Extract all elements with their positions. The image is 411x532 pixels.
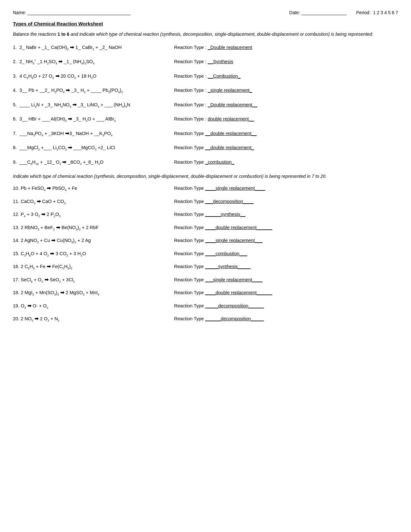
reaction-row-16: 16. 2 C5H5 + Fe ➡ Fe(C5H5)2 Reaction Typ…: [13, 263, 398, 270]
name-field-container: Name:: [13, 10, 289, 15]
reaction-eq-15: 15. C3H6O + 4 O2 ➡ 3 CO2 + 3 H2O: [13, 250, 174, 257]
reaction-type-value-1: _Double replacement: [208, 45, 252, 50]
reaction-eq-7: 7. ___Na3PO4 + _3KOH ➡3_ NaOH + __K3PO4: [13, 130, 174, 137]
reaction-type-value-9: _combustion_: [205, 160, 234, 165]
reaction-type-value-18: ____double replacement______: [205, 290, 272, 295]
reaction-type-2: Reaction Type : __Synthesis: [174, 58, 398, 65]
header: Name: Date: Period: 1 2 3 4 5 6 7: [13, 10, 398, 15]
reaction-type-value-3: __Combustion_: [208, 73, 241, 79]
reaction-type-17: Reaction Type ___single replacement____: [174, 276, 398, 283]
instructions-2: Indicate which type of chemical reaction…: [13, 173, 398, 180]
reaction-row-7: 7. ___Na3PO4 + _3KOH ➡3_ NaOH + __K3PO4 …: [13, 130, 398, 137]
reaction-row-6: 6. 3__ HBr + ___ Al(OH)3 ➡ _3_ H2O + ___…: [13, 116, 398, 123]
reaction-type-14: Reaction Type ____single replacement___: [174, 237, 398, 244]
reaction-row-2: 2. 2_ NH3+ _1 H2SO4 ➡ _1_ (NH4)2SO4 Reac…: [13, 58, 398, 65]
reaction-type-value-2: __Synthesis: [208, 59, 233, 64]
worksheet-title: Types of Chemical Reaction Worksheet: [13, 21, 398, 26]
reaction-type-13: Reaction Type ____double replacement____…: [174, 224, 398, 231]
reaction-eq-13: 13. 2 RbNO3 + BeF2 ➡ Be(NO3)2 + 2 RbF: [13, 224, 174, 231]
reaction-row-19: 19. O3 ➡ O· + O2 Reaction Type _____deco…: [13, 303, 398, 310]
reaction-type-5: Reaction Type : _Double replacement__: [174, 102, 398, 108]
name-underline: [27, 10, 131, 15]
reaction-row-9: 9. ___C8H16 + _12_ O2 ➡ _8CO2 +_8_ H2O R…: [13, 159, 398, 166]
reaction-type-value-4: _single replacement_: [208, 88, 252, 93]
instructions-bold: 1 to 6: [58, 32, 70, 37]
reaction-type-value-10: ____single replacement____: [205, 186, 265, 191]
reaction-type-11: Reaction Type ___decomposition____: [174, 198, 398, 205]
period-label: Period:: [356, 10, 370, 15]
reaction-eq-6: 6. 3__ HBr + ___ Al(OH)3 ➡ _3_ H2O + ___…: [13, 116, 174, 123]
reaction-eq-8: 8. ___MgCl2 +___ Li2CO3 ➡ ___MgCO3 +2_ L…: [13, 144, 174, 151]
reaction-type-4: Reaction Type : _single replacement_: [174, 87, 398, 93]
reaction-row-12: 12. P4 + 3 O2 ➡ 2 P2O3 Reaction Type ___…: [13, 211, 398, 218]
reaction-row-3: 3. 4 C5H9O + 27 O2 ➡ 20 CO2 + 18 H2O Rea…: [13, 73, 398, 80]
reaction-eq-18: 18. 2 MgI2 + Mn(SO3)2 ➡ 2 MgSO3 + MnI4: [13, 289, 174, 296]
date-label: Date:: [289, 10, 300, 15]
reaction-type-value-5: _Double replacement__: [208, 102, 258, 107]
reaction-type-16: Reaction Type _____synthesis_____: [174, 263, 398, 270]
reaction-eq-10: 10. Pb + FeSO4 ➡ PbSO4 + Fe: [13, 185, 174, 192]
reaction-type-15: Reaction Type ____combustion___: [174, 250, 398, 257]
reaction-eq-9: 9. ___C8H16 + _12_ O2 ➡ _8CO2 +_8_ H2O: [13, 159, 174, 166]
reaction-eq-3: 3. 4 C5H9O + 27 O2 ➡ 20 CO2 + 18 H2O: [13, 73, 174, 80]
reaction-eq-16: 16. 2 C5H5 + Fe ➡ Fe(C5H5)2: [13, 263, 174, 270]
reaction-row-8: 8. ___MgCl2 +___ Li2CO3 ➡ ___MgCO3 +2_ L…: [13, 144, 398, 151]
reaction-row-20: 20. 2 NO2 ➡ 2 O2 + N2 Reaction Type ____…: [13, 315, 398, 323]
instructions-text2: and indicate which type of chemical reac…: [69, 32, 373, 37]
reaction-row-13: 13. 2 RbNO3 + BeF2 ➡ Be(NO3)2 + 2 RbF Re…: [13, 224, 398, 231]
reaction-row-11: 11. CaCO3 ➡ CaO + CO2 Reaction Type ___d…: [13, 198, 398, 205]
reaction-row-4: 4. 3__ Pb + __2_ H3PO4 ➡ _3_ H2 + ____ P…: [13, 87, 398, 94]
instructions-text1: Balance the reactions: [13, 32, 58, 37]
reaction-type-7: Reaction Type __double replacement__: [174, 130, 398, 137]
reaction-type-value-20: ______decomposition_____: [205, 316, 264, 321]
reaction-eq-12: 12. P4 + 3 O2 ➡ 2 P2O3: [13, 211, 174, 218]
reaction-row-17: 17. SeCl6 + O2 ➡ SeO2 + 3Cl2 Reaction Ty…: [13, 276, 398, 284]
reaction-eq-1: 1. 2_ NaBr + _1_ Ca(OH)2 ➡ 1_ CaBr2 + _2…: [13, 44, 174, 51]
reaction-eq-2: 2. 2_ NH3+ _1 H2SO4 ➡ _1_ (NH4)2SO4: [13, 58, 174, 65]
reaction-type-value-14: ____single replacement___: [205, 238, 262, 243]
period-options: 1 2 3 4 5 6 7: [373, 10, 398, 15]
instructions-2-text: Indicate which type of chemical reaction…: [13, 174, 327, 179]
reaction-type-20: Reaction Type ______decomposition_____: [174, 315, 398, 322]
reaction-type-19: Reaction Type _____decomposition______: [174, 303, 398, 309]
reaction-eq-11: 11. CaCO3 ➡ CaO + CO2: [13, 198, 174, 205]
reaction-type-value-19: _____decomposition______: [205, 303, 264, 308]
reaction-type-value-17: ___single replacement____: [205, 277, 262, 282]
reaction-type-3: Reaction Type : __Combustion_: [174, 73, 398, 79]
date-underline: [301, 10, 347, 15]
reaction-eq-20: 20. 2 NO2 ➡ 2 O2 + N2: [13, 315, 174, 323]
reaction-type-value-13: ____double replacement______: [205, 225, 272, 230]
reaction-type-8: Reaction Type __double replacement_: [174, 144, 398, 151]
instructions: Balance the reactions 1 to 6 and indicat…: [13, 31, 398, 38]
reaction-row-10: 10. Pb + FeSO4 ➡ PbSO4 + Fe Reaction Typ…: [13, 185, 398, 192]
reaction-row-5: 5. ____ Li3N + _3_ NH4NO3 ➡ _3_ LiNO3 + …: [13, 102, 398, 109]
reaction-eq-5: 5. ____ Li3N + _3_ NH4NO3 ➡ _3_ LiNO3 + …: [13, 102, 174, 109]
name-label: Name:: [13, 10, 26, 15]
reaction-eq-17: 17. SeCl6 + O2 ➡ SeO2 + 3Cl2: [13, 276, 174, 284]
reaction-eq-4: 4. 3__ Pb + __2_ H3PO4 ➡ _3_ H2 + ____ P…: [13, 87, 174, 94]
reaction-row-14: 14. 2 AgNO3 + Cu ➡ Cu(NO3)2 + 2 Ag React…: [13, 237, 398, 244]
date-field-container: Date:: [289, 10, 346, 15]
reaction-row-15: 15. C3H6O + 4 O2 ➡ 3 CO2 + 3 H2O Reactio…: [13, 250, 398, 257]
reaction-type-value-7: __double replacement__: [205, 131, 257, 136]
reaction-type-10: Reaction Type ____single replacement____: [174, 185, 398, 191]
reaction-type-value-12: ______synthesis__: [205, 212, 245, 217]
reaction-type-value-6: double replacement__: [208, 116, 254, 121]
reaction-type-12: Reaction Type ______synthesis__: [174, 211, 398, 218]
reaction-type-18: Reaction Type ____double replacement____…: [174, 289, 398, 296]
period-field-container: Period: 1 2 3 4 5 6 7: [356, 10, 398, 15]
reaction-eq-14: 14. 2 AgNO3 + Cu ➡ Cu(NO3)2 + 2 Ag: [13, 237, 174, 244]
reaction-type-value-16: _____synthesis_____: [205, 264, 250, 269]
reaction-type-value-11: ___decomposition____: [205, 199, 253, 204]
reaction-type-1: Reaction Type : _Double replacement: [174, 44, 398, 51]
reaction-type-6: Reaction Type : double replacement__: [174, 116, 398, 122]
reaction-type-9: Reaction Type _combustion_: [174, 159, 398, 165]
reaction-eq-19: 19. O3 ➡ O· + O2: [13, 303, 174, 310]
reaction-type-value-15: ____combustion___: [205, 251, 247, 256]
reaction-row-1: 1. 2_ NaBr + _1_ Ca(OH)2 ➡ 1_ CaBr2 + _2…: [13, 44, 398, 51]
reaction-type-value-8: __double replacement_: [205, 145, 254, 150]
reaction-row-18: 18. 2 MgI2 + Mn(SO3)2 ➡ 2 MgSO3 + MnI4 R…: [13, 289, 398, 296]
